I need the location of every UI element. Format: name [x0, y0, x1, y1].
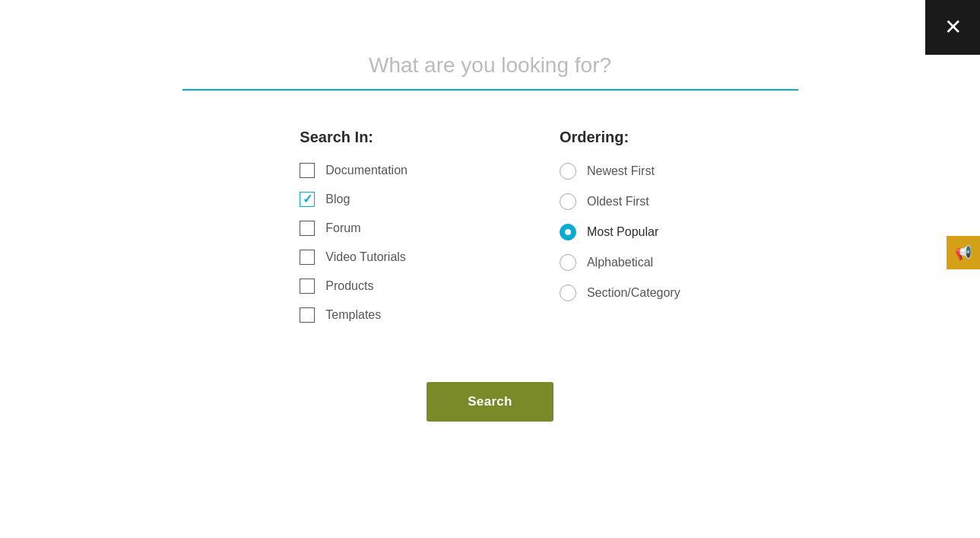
checkbox-forum[interactable]: Forum: [300, 221, 408, 236]
radio-newest-first-circle: [560, 163, 576, 180]
main-content: Search In: Documentation ✓ Blog Forum: [0, 0, 980, 422]
close-icon: ✕: [944, 17, 962, 38]
search-in-title: Search In:: [300, 129, 408, 146]
checkbox-video-tutorials-label: Video Tutorials: [325, 250, 406, 264]
checkbox-products[interactable]: Products: [300, 279, 408, 294]
announcement-button[interactable]: 📢: [947, 236, 980, 269]
checkbox-video-tutorials[interactable]: Video Tutorials: [300, 250, 408, 265]
radio-oldest-first-label: Oldest First: [587, 195, 649, 209]
radio-most-popular-label: Most Popular: [587, 225, 658, 239]
radio-alphabetical-label: Alphabetical: [587, 256, 653, 269]
search-in-section: Search In: Documentation ✓ Blog Forum: [300, 129, 408, 336]
close-button[interactable]: ✕: [925, 0, 980, 55]
checkbox-templates[interactable]: Templates: [300, 307, 408, 323]
checkbox-blog-box: ✓: [300, 192, 315, 207]
radio-alphabetical-circle: [560, 254, 576, 271]
checkbox-forum-box: [300, 221, 315, 236]
search-input[interactable]: [182, 46, 798, 89]
search-input-container: [182, 46, 798, 91]
checkbox-products-label: Products: [325, 279, 373, 293]
radio-newest-first-label: Newest First: [587, 164, 655, 178]
checkbox-products-box: [300, 279, 315, 294]
ordering-section: Ordering: Newest First Oldest First Most…: [560, 129, 680, 336]
radio-alphabetical[interactable]: Alphabetical: [560, 254, 680, 271]
radio-most-popular-circle: [560, 224, 576, 240]
radio-most-popular-inner: [565, 229, 571, 235]
checkbox-documentation-box: [300, 163, 315, 178]
search-button[interactable]: Search: [427, 382, 553, 422]
megaphone-icon: 📢: [955, 244, 972, 261]
radio-newest-first[interactable]: Newest First: [560, 163, 680, 180]
radio-section-category-label: Section/Category: [587, 286, 680, 300]
radio-oldest-first-circle: [560, 193, 576, 210]
checkbox-templates-label: Templates: [325, 308, 381, 322]
checkbox-blog[interactable]: ✓ Blog: [300, 192, 408, 207]
radio-oldest-first[interactable]: Oldest First: [560, 193, 680, 210]
checkbox-documentation-label: Documentation: [325, 164, 408, 177]
radio-section-category[interactable]: Section/Category: [560, 285, 680, 301]
radio-section-category-circle: [560, 285, 576, 301]
ordering-title: Ordering:: [560, 129, 680, 146]
filters-container: Search In: Documentation ✓ Blog Forum: [300, 129, 680, 336]
radio-most-popular[interactable]: Most Popular: [560, 224, 680, 240]
checkbox-documentation[interactable]: Documentation: [300, 163, 408, 178]
checkbox-video-tutorials-box: [300, 250, 315, 265]
checkbox-blog-label: Blog: [325, 193, 350, 206]
checkbox-forum-label: Forum: [325, 221, 360, 235]
checkmark-blog: ✓: [303, 193, 312, 205]
checkbox-templates-box: [300, 307, 315, 323]
